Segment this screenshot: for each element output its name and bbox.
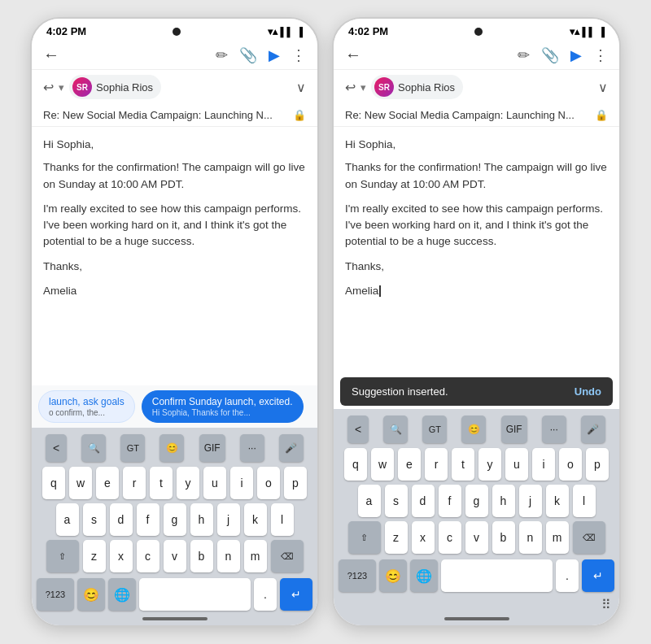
- back-button-right[interactable]: ←: [345, 46, 361, 64]
- expand-icon-right[interactable]: ∨: [598, 80, 608, 95]
- key-b-right[interactable]: b: [492, 521, 515, 554]
- key-period-right[interactable]: .: [556, 559, 579, 592]
- key-emoji-left[interactable]: 😊: [159, 434, 184, 462]
- key-m-right[interactable]: m: [546, 521, 569, 554]
- key-a-right[interactable]: a: [358, 485, 381, 517]
- key-z-left[interactable]: z: [83, 540, 106, 572]
- key-emoji2-right[interactable]: 😊: [379, 559, 407, 592]
- key-gt-left[interactable]: GT: [120, 434, 145, 462]
- more-button-right[interactable]: ⋮: [593, 46, 608, 64]
- expand-icon-left[interactable]: ∨: [296, 80, 306, 95]
- key-c-right[interactable]: c: [439, 521, 461, 554]
- send-button-right[interactable]: ▶: [570, 46, 582, 64]
- key-space-left[interactable]: [139, 578, 251, 611]
- send-button-left[interactable]: ▶: [269, 46, 280, 64]
- dropdown-arrow-left[interactable]: ▾: [59, 81, 64, 94]
- key-n-left[interactable]: n: [217, 540, 240, 572]
- key-gt-right[interactable]: GT: [422, 416, 447, 443]
- key-shift-left[interactable]: ⇧: [46, 540, 79, 572]
- more-button-left[interactable]: ⋮: [291, 46, 306, 64]
- key-o-right[interactable]: o: [559, 448, 582, 481]
- key-d-right[interactable]: d: [412, 485, 435, 517]
- attach-button-left[interactable]: 📎: [239, 46, 257, 64]
- snackbar-undo-button[interactable]: Undo: [575, 385, 601, 398]
- dropdown-arrow-right[interactable]: ▾: [360, 81, 366, 94]
- key-enter-right[interactable]: ↵: [582, 559, 614, 592]
- key-l-right[interactable]: l: [573, 485, 596, 517]
- recipient-chip-right[interactable]: SR Sophia Rios: [371, 75, 463, 99]
- key-t-left[interactable]: t: [150, 467, 173, 499]
- key-less-right[interactable]: <: [347, 416, 369, 443]
- key-y-left[interactable]: y: [177, 467, 199, 499]
- key-w-left[interactable]: w: [69, 467, 92, 499]
- key-n-right[interactable]: n: [519, 521, 542, 554]
- key-q-left[interactable]: q: [42, 467, 65, 499]
- key-globe-left[interactable]: 🌐: [108, 578, 136, 611]
- key-emoji2-left[interactable]: 😊: [77, 578, 105, 611]
- key-b-left[interactable]: b: [190, 540, 213, 572]
- key-u-right[interactable]: u: [505, 448, 528, 481]
- key-s-right[interactable]: s: [385, 485, 408, 517]
- key-h-left[interactable]: h: [190, 503, 213, 536]
- key-r-left[interactable]: r: [123, 467, 146, 499]
- edit-button-right[interactable]: ✏: [518, 46, 530, 64]
- key-l-left[interactable]: l: [271, 503, 294, 536]
- attach-button-right[interactable]: 📎: [541, 46, 559, 64]
- key-x-left[interactable]: x: [110, 540, 133, 572]
- key-p-right[interactable]: p: [586, 448, 609, 481]
- email-body-right[interactable]: Hi Sophia, Thanks for the confirmation! …: [334, 127, 619, 377]
- key-m-left[interactable]: m: [244, 540, 267, 572]
- key-h-right[interactable]: h: [492, 485, 515, 517]
- key-t-right[interactable]: t: [452, 448, 474, 481]
- key-w-right[interactable]: w: [371, 448, 394, 481]
- key-k-right[interactable]: k: [546, 485, 569, 517]
- key-u-left[interactable]: u: [203, 467, 226, 499]
- key-a-left[interactable]: a: [56, 503, 79, 536]
- key-enter-left[interactable]: ↵: [280, 578, 312, 611]
- key-v-right[interactable]: v: [465, 521, 488, 554]
- key-space-right[interactable]: [441, 559, 553, 592]
- key-s-left[interactable]: s: [83, 503, 106, 536]
- key-j-right[interactable]: j: [519, 485, 542, 517]
- key-d-left[interactable]: d: [110, 503, 133, 536]
- key-v-left[interactable]: v: [164, 540, 186, 572]
- key-mic-right[interactable]: 🎤: [581, 416, 605, 443]
- key-gif-right[interactable]: GIF: [501, 416, 527, 443]
- email-body-left[interactable]: Hi Sophia, Thanks for the confirmation! …: [32, 127, 317, 385]
- suggestion-chip-0[interactable]: launch, ask goals o confirm, the...: [38, 390, 135, 423]
- edit-button-left[interactable]: ✏: [216, 46, 228, 64]
- key-g-right[interactable]: g: [465, 485, 488, 517]
- key-search-left[interactable]: 🔍: [81, 434, 106, 462]
- key-p-left[interactable]: p: [284, 467, 307, 499]
- key-123-right[interactable]: ?123: [339, 559, 376, 592]
- key-less-left[interactable]: <: [46, 434, 67, 462]
- key-j-left[interactable]: j: [217, 503, 240, 536]
- key-i-right[interactable]: i: [532, 448, 555, 481]
- key-x-right[interactable]: x: [412, 521, 435, 554]
- key-backspace-left[interactable]: ⌫: [271, 540, 304, 572]
- key-y-right[interactable]: y: [478, 448, 501, 481]
- key-i-left[interactable]: i: [230, 467, 253, 499]
- key-f-right[interactable]: f: [439, 485, 461, 517]
- key-more-right[interactable]: ···: [542, 416, 566, 443]
- key-mic-left[interactable]: 🎤: [279, 434, 304, 462]
- back-button-left[interactable]: ←: [43, 46, 59, 64]
- key-c-left[interactable]: c: [137, 540, 159, 572]
- key-gif-left[interactable]: GIF: [199, 434, 225, 462]
- recipient-chip-left[interactable]: SR Sophia Rios: [69, 75, 161, 99]
- key-period-left[interactable]: .: [254, 578, 277, 611]
- key-123-left[interactable]: ?123: [37, 578, 74, 611]
- key-f-left[interactable]: f: [137, 503, 159, 536]
- key-search-right[interactable]: 🔍: [383, 416, 408, 443]
- key-more-left[interactable]: ···: [240, 434, 264, 462]
- suggestion-chip-1[interactable]: Confirm Sunday launch, excited. Hi Sophi…: [142, 390, 304, 423]
- key-g-left[interactable]: g: [164, 503, 186, 536]
- key-q-right[interactable]: q: [344, 448, 367, 481]
- key-backspace-right[interactable]: ⌫: [573, 521, 605, 554]
- key-o-left[interactable]: o: [257, 467, 280, 499]
- key-e-left[interactable]: e: [96, 467, 119, 499]
- key-emoji-right[interactable]: 😊: [461, 416, 486, 443]
- key-e-right[interactable]: e: [398, 448, 421, 481]
- key-z-right[interactable]: z: [385, 521, 408, 554]
- key-r-right[interactable]: r: [425, 448, 448, 481]
